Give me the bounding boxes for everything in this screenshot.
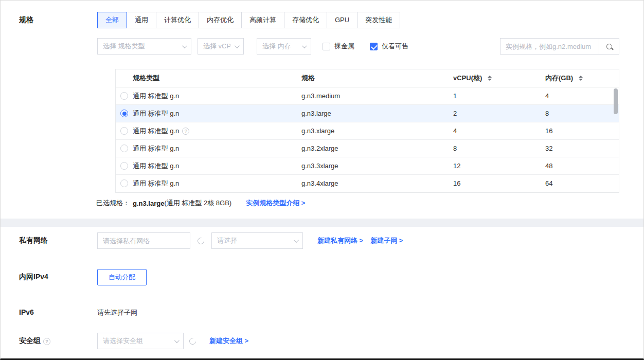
memory-select-placeholder: 选择 内存: [262, 42, 291, 51]
cell-vcpu: 2: [453, 110, 545, 117]
security-group-select-placeholder: 请选择安全组: [103, 336, 143, 346]
cell-spec: g.n3.xlarge: [301, 127, 453, 135]
only-sellable-checkbox-item[interactable]: 仅看可售: [370, 42, 408, 51]
row-radio[interactable]: [120, 162, 128, 170]
cell-spec: g.n3.4xlarge: [301, 179, 453, 187]
chevron-down-icon: [302, 43, 307, 48]
spec-table: 规格类型 规格 vCPU(核) 内存(GB) 通用 标准型 g.n g.n3.m…: [115, 69, 619, 193]
vpc-input[interactable]: [97, 232, 190, 249]
bare-metal-checkbox-item[interactable]: 裸金属: [323, 42, 354, 51]
security-group-label: 安全组: [19, 333, 97, 346]
cell-vcpu: 8: [453, 145, 545, 152]
search-button[interactable]: [599, 38, 619, 55]
bare-metal-label: 裸金属: [334, 42, 354, 51]
tab-gpu[interactable]: GPU: [327, 12, 357, 28]
spec-search-box: [500, 38, 619, 55]
spec-type-select[interactable]: 选择 规格类型: [97, 38, 191, 55]
ipv6-hint-text: 请先选择子网: [97, 304, 619, 317]
cell-mem: 8: [545, 110, 619, 117]
security-group-row: 安全组 请选择安全组 新建安全组 >: [1, 333, 643, 349]
ipv6-label: IPv6: [19, 304, 97, 316]
security-group-select[interactable]: 请选择安全组: [97, 333, 184, 349]
new-vpc-link[interactable]: 新建私有网络 >: [317, 236, 363, 245]
row-radio[interactable]: [120, 92, 128, 100]
spec-type-intro-link[interactable]: 实例规格类型介绍 >: [246, 199, 305, 208]
summary-detail: (通用 标准型 2核 8GB): [164, 199, 231, 208]
search-icon: [606, 44, 612, 49]
cell-mem: 64: [545, 179, 619, 187]
security-group-label-text: 安全组: [19, 336, 41, 346]
tab-general[interactable]: 通用: [127, 12, 156, 28]
subnet-select-placeholder: 请选择: [217, 236, 237, 245]
tab-burst-performance[interactable]: 突发性能: [357, 12, 400, 28]
subnet-select[interactable]: 请选择: [211, 232, 303, 249]
spec-family-tabs: 全部 通用 计算优化 内存优化 高频计算 存储优化 GPU 突发性能: [97, 12, 619, 28]
table-row[interactable]: 通用 标准型 g.n g.n3.2xlarge 8 32: [116, 140, 619, 157]
col-header-mem: 内存(GB): [545, 74, 619, 83]
cell-mem: 48: [545, 162, 619, 170]
selected-spec-summary: 已选规格： g.n3.large (通用 标准型 2核 8GB) 实例规格类型介…: [96, 199, 619, 208]
vpc-row: 私有网络 请选择 新建私有网络 > 新建子网 >: [1, 232, 643, 249]
table-row[interactable]: 通用 标准型 g.n g.n3.medium 1 4: [116, 87, 619, 105]
col-header-vcpu-label: vCPU(核): [453, 74, 482, 83]
tab-high-frequency[interactable]: 高频计算: [242, 12, 284, 28]
spec-search-input[interactable]: [500, 38, 599, 55]
cell-vcpu: 16: [453, 179, 545, 187]
sort-mem-icon[interactable]: [579, 76, 583, 81]
table-row[interactable]: 通用 标准型 g.n g.n3.large 2 8: [116, 105, 619, 122]
vcpu-select[interactable]: 选择 vCPU: [198, 38, 244, 55]
table-row[interactable]: 通用 标准型 g.n g.n3.3xlarge 12 48: [116, 157, 619, 175]
cell-type: 通用 标准型 g.n: [133, 127, 301, 136]
auto-assign-button[interactable]: 自动分配: [97, 269, 147, 285]
row-radio[interactable]: [120, 127, 128, 135]
cell-spec: g.n3.large: [301, 110, 453, 117]
table-row[interactable]: 通用 标准型 g.n g.n3.xlarge 4 16: [116, 122, 619, 140]
memory-select[interactable]: 选择 内存: [257, 38, 311, 55]
bare-metal-checkbox[interactable]: [323, 43, 330, 50]
cell-spec: g.n3.medium: [301, 92, 453, 100]
vcpu-select-placeholder: 选择 vCPU: [203, 42, 230, 51]
new-subnet-link[interactable]: 新建子网 >: [370, 236, 403, 245]
help-icon[interactable]: [182, 128, 189, 135]
chevron-down-icon: [174, 338, 180, 343]
spec-section-label: 规格: [19, 12, 97, 208]
col-header-vcpu: vCPU(核): [453, 74, 545, 83]
spec-table-header: 规格类型 规格 vCPU(核) 内存(GB): [116, 69, 619, 87]
cell-spec: g.n3.2xlarge: [301, 145, 453, 152]
refresh-icon[interactable]: [188, 336, 197, 346]
spec-type-select-placeholder: 选择 规格类型: [103, 42, 145, 51]
row-radio[interactable]: [120, 179, 128, 187]
cell-type: 通用 标准型 g.n: [133, 144, 301, 153]
vpc-label: 私有网络: [19, 232, 97, 245]
chevron-down-icon: [182, 43, 187, 48]
tab-all[interactable]: 全部: [97, 12, 127, 28]
row-radio[interactable]: [120, 145, 128, 152]
cell-spec: g.n3.3xlarge: [301, 162, 453, 170]
table-scrollbar[interactable]: [614, 88, 618, 114]
tab-compute-optimized[interactable]: 计算优化: [156, 12, 199, 28]
sort-vcpu-icon[interactable]: [488, 76, 492, 81]
help-icon[interactable]: [43, 338, 50, 345]
new-security-group-link[interactable]: 新建安全组 >: [209, 336, 248, 346]
cell-type-label: 通用 标准型 g.n: [133, 127, 179, 136]
summary-label: 已选规格：: [96, 199, 130, 208]
col-header-mem-label: 内存(GB): [545, 74, 573, 83]
only-sellable-checkbox[interactable]: [370, 43, 378, 50]
cell-type: 通用 标准型 g.n: [133, 92, 301, 101]
cell-vcpu: 12: [453, 162, 545, 170]
col-header-type: 规格类型: [133, 74, 301, 83]
ipv6-row: IPv6 请先选择子网: [1, 304, 643, 317]
private-ipv4-label: 内网IPv4: [19, 269, 97, 282]
cell-vcpu: 1: [453, 92, 545, 100]
refresh-icon[interactable]: [196, 236, 205, 245]
row-radio-selected[interactable]: [120, 110, 128, 117]
cell-mem: 16: [545, 127, 619, 135]
private-ipv4-row: 内网IPv4 自动分配: [1, 269, 643, 285]
cell-type: 通用 标准型 g.n: [133, 179, 301, 188]
tab-memory-optimized[interactable]: 内存优化: [199, 12, 242, 28]
spec-section: 规格 全部 通用 计算优化 内存优化 高频计算 存储优化 GPU 突发性能 选择…: [1, 1, 643, 208]
tab-storage-optimized[interactable]: 存储优化: [284, 12, 327, 28]
cell-type: 通用 标准型 g.n: [133, 109, 301, 118]
chevron-down-icon: [294, 238, 299, 243]
table-row[interactable]: 通用 标准型 g.n g.n3.4xlarge 16 64: [116, 175, 619, 192]
